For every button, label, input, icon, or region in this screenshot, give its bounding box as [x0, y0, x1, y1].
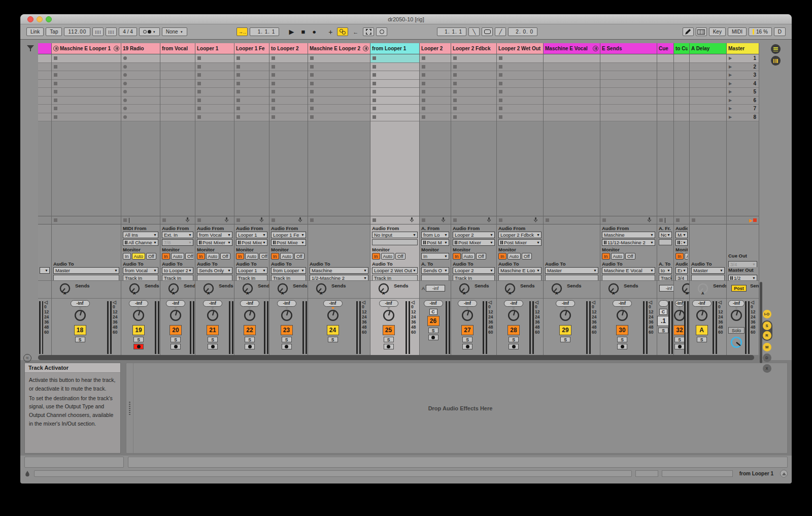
volume-field[interactable]: -Inf [323, 300, 343, 307]
tap-tempo-button[interactable]: Tap [46, 27, 62, 36]
clip-slot[interactable] [160, 105, 195, 113]
track-header[interactable]: Looper 1 Fe [234, 43, 269, 54]
fader-handle-icon[interactable]: ◁ [44, 300, 51, 304]
send-a-value[interactable]: A-inf [422, 285, 445, 292]
io-chooser[interactable]: 3/4▼ [728, 261, 757, 267]
clip-slot[interactable] [657, 71, 673, 80]
clip-slot[interactable] [38, 80, 51, 88]
pan-knob[interactable] [169, 309, 182, 324]
pan-knob[interactable] [507, 309, 520, 324]
new-button[interactable]: + [326, 28, 335, 36]
monitor-auto-button[interactable]: Auto [462, 253, 476, 260]
solo-button[interactable]: S [560, 337, 570, 342]
io-chooser[interactable]: ▼ [40, 267, 50, 274]
track-header[interactable]: Cue [657, 43, 673, 54]
clip-slot[interactable] [308, 80, 370, 88]
clip-slot[interactable] [195, 71, 234, 80]
track-activator-button[interactable]: 25 [383, 325, 395, 335]
arm-button[interactable] [617, 344, 627, 349]
track-activator-button[interactable]: 18 [74, 325, 86, 335]
io-chooser[interactable]: 1/2▼ [728, 275, 757, 280]
clip-slot[interactable] [600, 88, 657, 96]
monitor-off-button[interactable]: Off [476, 253, 486, 260]
monitor-auto-button[interactable]: Auto [206, 253, 220, 260]
clip-slot[interactable] [674, 88, 689, 96]
monitor-auto-button[interactable]: Auto [132, 253, 146, 260]
scene-slot[interactable]: ▶3 [727, 71, 759, 80]
clip-slot[interactable] [269, 88, 308, 96]
monitor-off-button[interactable]: Off [146, 253, 156, 260]
clip-slot[interactable] [160, 54, 195, 63]
clip-slot[interactable] [121, 96, 160, 105]
stop-clip-button[interactable] [453, 218, 457, 222]
stop-clip-button[interactable] [659, 218, 663, 222]
arm-button[interactable] [428, 335, 438, 340]
io-chooser[interactable]: Sends Only▼ [197, 267, 232, 274]
monitor-in-button[interactable]: In [162, 253, 170, 260]
io-chooser[interactable]: Post M▼ [421, 239, 449, 246]
solo-button[interactable]: S [428, 328, 438, 333]
pan-knob[interactable] [461, 309, 474, 324]
clip-slot[interactable] [160, 80, 195, 88]
track-header[interactable]: to Cue [674, 43, 689, 54]
clip-slot[interactable] [544, 105, 600, 113]
volume-field[interactable] [659, 300, 668, 307]
monitor-in-button[interactable]: In [453, 253, 461, 260]
solo-button[interactable]: S [384, 337, 394, 342]
stop-clip-button[interactable] [373, 218, 376, 222]
monitor-in-button[interactable]: In [372, 253, 380, 260]
clip-slot[interactable] [121, 63, 160, 72]
clip-slot[interactable] [497, 71, 543, 80]
clip-slot[interactable] [600, 113, 657, 122]
track-activator-button[interactable]: 23 [281, 325, 293, 335]
volume-field[interactable]: -Inf [71, 300, 90, 307]
monitor-off-button[interactable]: Off [625, 253, 635, 260]
monitor-auto-button[interactable]: Auto [280, 253, 294, 260]
clip-slot[interactable] [690, 113, 726, 122]
io-chooser[interactable]: Ext. Ou▼ [675, 267, 688, 274]
horizontal-scrollbar[interactable] [38, 355, 761, 360]
track-activator-button[interactable]: .1 [657, 316, 669, 326]
pan-knob[interactable] [382, 309, 395, 324]
clip-slot[interactable] [234, 88, 269, 96]
track-header[interactable]: Maschine E Vocal [544, 43, 600, 54]
track-activator-button[interactable]: 26 [427, 316, 439, 326]
scene-menu-icon[interactable] [771, 44, 781, 54]
stop-clip-button[interactable] [197, 218, 201, 222]
metronome-button[interactable]: ▼ [139, 27, 160, 36]
io-chooser[interactable]: Post Mixer▼ [197, 239, 232, 246]
io-value-box[interactable]: Track In [453, 275, 495, 280]
io-chooser[interactable]: No Input▼ [372, 232, 418, 238]
pan-knob[interactable] [132, 309, 145, 324]
clip-slot[interactable] [544, 96, 600, 105]
pan-knob[interactable] [730, 309, 743, 324]
stop-clip-button[interactable] [499, 218, 502, 222]
clip-slot[interactable] [544, 63, 600, 72]
volume-field[interactable]: -Inf [692, 300, 712, 307]
clip-slot[interactable] [121, 88, 160, 96]
mixer-toggle-r[interactable]: R [763, 331, 771, 340]
clip-slot[interactable] [308, 88, 370, 96]
clip-slot[interactable] [544, 113, 600, 122]
track-header[interactable]: Maschine E Looper 2 [308, 43, 370, 54]
mixer-toggle-m[interactable]: M [763, 343, 771, 351]
overdub-button[interactable] [337, 27, 348, 36]
track-activator-button[interactable]: 20 [170, 325, 182, 335]
clip-slot[interactable] [160, 88, 195, 96]
solo-button[interactable]: S [328, 337, 338, 342]
track-activator-button[interactable]: 19 [132, 325, 145, 335]
crossfade-wave-icon[interactable]: ≈ [23, 354, 31, 362]
clip-slot[interactable] [674, 63, 689, 72]
fader-handle-icon[interactable]: ◁ [718, 300, 726, 304]
clip-slot[interactable] [52, 63, 121, 72]
track-activator-button[interactable]: 24 [327, 325, 339, 335]
clip-slot[interactable] [195, 113, 234, 122]
track-activator-button[interactable]: A [696, 325, 708, 335]
clip-slot[interactable] [195, 63, 234, 72]
clip-slot[interactable] [195, 105, 234, 113]
scene-play-icon[interactable]: ▶ [729, 73, 732, 77]
clip-slot[interactable] [420, 113, 451, 122]
track-header[interactable]: from Vocal [160, 43, 195, 54]
clip-slot[interactable] [308, 54, 370, 63]
clip-slot[interactable] [38, 96, 51, 105]
